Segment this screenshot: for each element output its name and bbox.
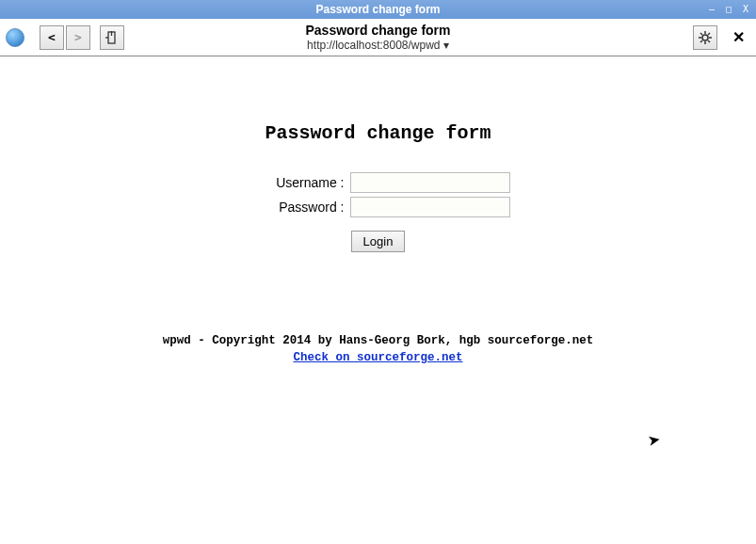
page-title: Password change form xyxy=(305,23,450,39)
sourceforge-link[interactable]: Check on sourceforge.net xyxy=(293,351,462,364)
address-bar[interactable]: Password change form http://localhost:80… xyxy=(305,23,450,52)
svg-line-8 xyxy=(700,33,702,35)
window-title: Password change form xyxy=(315,3,440,16)
settings-button[interactable] xyxy=(693,25,717,50)
copyright-text: wpwd - Copyright 2014 by Hans-Georg Bork… xyxy=(0,333,756,350)
minimize-button[interactable]: – xyxy=(705,3,718,16)
bookmark-icon xyxy=(105,31,119,44)
page-content: Password change form Username : Password… xyxy=(0,56,756,366)
footer: wpwd - Copyright 2014 by Hans-Georg Bork… xyxy=(0,333,756,366)
svg-line-11 xyxy=(700,40,702,42)
window-close-button[interactable]: X xyxy=(739,3,752,16)
window-controls: – □ X xyxy=(705,3,752,16)
page-url: http://localhost:8008/wpwd ▾ xyxy=(305,39,450,52)
username-row: Username : xyxy=(0,172,756,193)
window-titlebar: Password change form – □ X xyxy=(0,0,756,19)
close-tab-button[interactable]: ✕ xyxy=(727,28,750,46)
maximize-button[interactable]: □ xyxy=(722,3,735,16)
cursor-icon: ➤ xyxy=(646,430,661,450)
username-label: Username : xyxy=(247,175,350,190)
password-label: Password : xyxy=(247,200,350,215)
forward-button: > xyxy=(66,25,90,50)
password-input[interactable] xyxy=(350,197,510,217)
gear-icon xyxy=(699,31,712,44)
login-button[interactable]: Login xyxy=(351,231,406,252)
back-button[interactable]: < xyxy=(40,25,64,50)
username-input[interactable] xyxy=(350,172,510,193)
svg-line-10 xyxy=(708,33,710,35)
form-heading: Password change form xyxy=(0,122,756,144)
svg-point-3 xyxy=(702,35,708,40)
bookmark-button[interactable] xyxy=(100,25,124,50)
globe-icon[interactable] xyxy=(6,28,24,47)
password-row: Password : xyxy=(0,197,756,217)
browser-toolbar: < > Password change form http://localhos… xyxy=(0,19,756,56)
svg-line-9 xyxy=(708,40,710,42)
